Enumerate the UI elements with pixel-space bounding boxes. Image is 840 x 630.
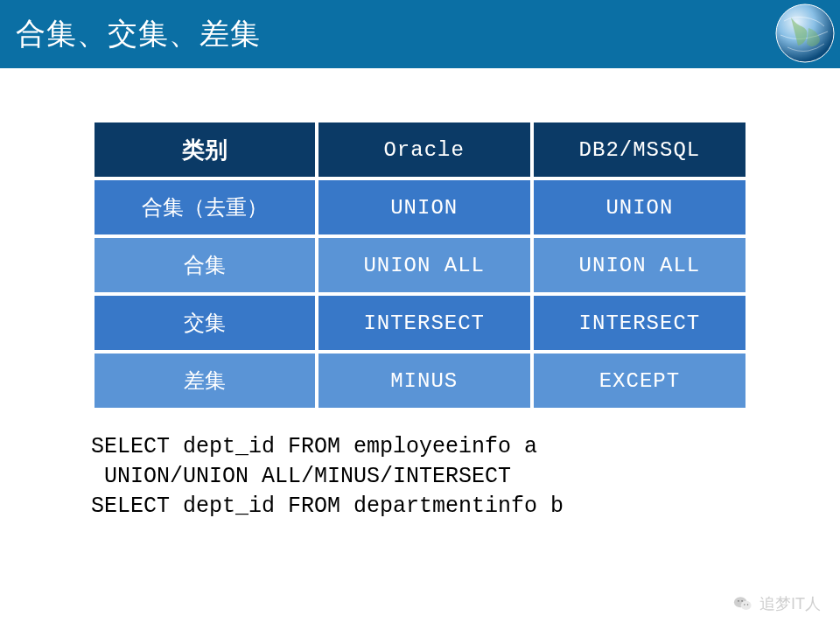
globe-icon bbox=[774, 2, 836, 65]
slide-header: 合集、交集、差集 bbox=[0, 0, 840, 68]
table-row: 差集 MINUS EXCEPT bbox=[94, 354, 746, 408]
table-row: 合集（去重） UNION UNION bbox=[94, 180, 746, 234]
wechat-icon bbox=[733, 594, 752, 613]
table-header-row: 类别 Oracle DB2/MSSQL bbox=[94, 122, 746, 177]
slide-title: 合集、交集、差集 bbox=[16, 14, 261, 54]
code-line: SELECT dept_id FROM employeeinfo a bbox=[91, 434, 537, 459]
row-label: 差集 bbox=[94, 354, 315, 408]
table-row: 交集 INTERSECT INTERSECT bbox=[94, 296, 746, 350]
svg-point-3 bbox=[738, 600, 739, 602]
svg-point-2 bbox=[741, 601, 752, 610]
table-row: 合集 UNION ALL UNION ALL bbox=[94, 238, 746, 292]
row-db2mssql: UNION ALL bbox=[534, 238, 746, 292]
svg-point-4 bbox=[741, 600, 743, 602]
row-label: 交集 bbox=[94, 296, 315, 350]
set-operations-table: 类别 Oracle DB2/MSSQL 合集（去重） UNION UNION 合… bbox=[91, 119, 749, 411]
row-oracle: UNION bbox=[318, 180, 530, 234]
svg-point-5 bbox=[744, 604, 745, 605]
svg-point-6 bbox=[747, 604, 748, 605]
col-header-category: 类别 bbox=[94, 122, 315, 177]
code-line: SELECT dept_id FROM departmentinfo b bbox=[91, 494, 564, 519]
row-label: 合集 bbox=[94, 238, 315, 292]
watermark: 追梦IT人 bbox=[733, 593, 821, 614]
row-label: 合集（去重） bbox=[94, 180, 315, 234]
watermark-text: 追梦IT人 bbox=[760, 593, 821, 614]
row-db2mssql: UNION bbox=[534, 180, 746, 234]
slide-body: 类别 Oracle DB2/MSSQL 合集（去重） UNION UNION 合… bbox=[0, 68, 840, 521]
row-oracle: MINUS bbox=[318, 354, 530, 408]
row-db2mssql: INTERSECT bbox=[534, 296, 746, 350]
sql-example: SELECT dept_id FROM employeeinfo a UNION… bbox=[91, 432, 749, 521]
code-line: UNION/UNION ALL/MINUS/INTERSECT bbox=[91, 464, 511, 489]
row-oracle: UNION ALL bbox=[318, 238, 530, 292]
col-header-oracle: Oracle bbox=[318, 122, 530, 177]
row-db2mssql: EXCEPT bbox=[534, 354, 746, 408]
row-oracle: INTERSECT bbox=[318, 296, 530, 350]
col-header-db2mssql: DB2/MSSQL bbox=[534, 122, 746, 177]
